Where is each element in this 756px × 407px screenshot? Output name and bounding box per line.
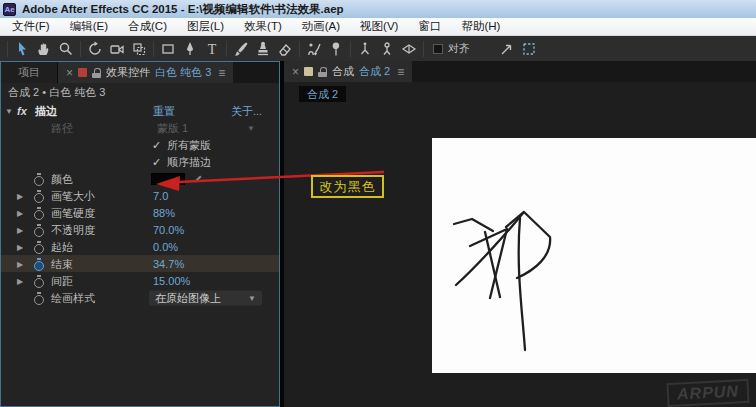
comp-mini-tab[interactable]: 合成 2 — [299, 86, 346, 102]
end-row: ▶ 结束 34.7% — [1, 255, 279, 272]
brush-hardness-value[interactable]: 88% — [153, 207, 175, 219]
right-tab-bar: × 合成 合成 2 ≡ — [284, 61, 756, 82]
roto-brush-tool-icon[interactable] — [303, 38, 325, 59]
close-icon[interactable]: × — [292, 65, 299, 79]
stopwatch-icon[interactable] — [34, 224, 44, 236]
toolbar-divider — [423, 41, 424, 57]
clone-stamp-tool-icon[interactable] — [252, 38, 274, 59]
lock-icon[interactable] — [92, 68, 101, 78]
brush-hardness-row: ▶ 画笔硬度 88% — [1, 204, 279, 221]
color-swatch[interactable] — [151, 173, 185, 185]
menu-effect[interactable]: 效果(T) — [234, 18, 292, 35]
toolbar-divider — [7, 41, 8, 57]
puppet-pin-tool-icon[interactable] — [325, 38, 347, 59]
snap-marquee-icon[interactable] — [518, 38, 540, 59]
menu-layer[interactable]: 图层(L) — [177, 18, 234, 35]
color-row: 颜色 — [1, 170, 279, 187]
menu-help[interactable]: 帮助(H) — [451, 18, 510, 35]
tab-composition-target: 合成 2 — [359, 64, 390, 79]
menu-window[interactable]: 窗口 — [408, 18, 451, 35]
stopwatch-icon[interactable] — [34, 275, 44, 287]
toolbar-divider — [153, 41, 154, 57]
brush-size-label: 画笔大小 — [51, 188, 95, 203]
tab-composition[interactable]: × 合成 合成 2 ≡ — [284, 61, 412, 82]
hand-tool-icon[interactable] — [33, 38, 55, 59]
stroke-sequentially-label: 顺序描边 — [167, 154, 211, 169]
expand-triangle-icon[interactable]: ▶ — [17, 225, 23, 234]
rotation-tool-icon[interactable] — [84, 38, 106, 59]
expand-triangle-icon[interactable]: ▶ — [17, 259, 23, 268]
snap-checkbox[interactable] — [433, 44, 443, 54]
pan-behind-tool-icon[interactable] — [128, 38, 150, 59]
tab-project[interactable]: 项目 — [1, 62, 58, 83]
chevron-down-icon: ▼ — [248, 293, 256, 302]
stopwatch-icon[interactable] — [34, 241, 44, 253]
signature-drawing — [432, 138, 756, 373]
tab-effect-controls[interactable]: × 效果控件 白色 纯色 3 ≡ — [58, 62, 233, 83]
path-value-dropdown[interactable]: 蒙版 1 — [157, 120, 188, 135]
stopwatch-icon[interactable] — [34, 292, 44, 304]
brush-size-row: ▶ 画笔大小 7.0 — [1, 187, 279, 204]
brush-tool-icon[interactable] — [230, 38, 252, 59]
stopwatch-icon[interactable] — [34, 190, 44, 202]
axis-world-tool-icon[interactable] — [376, 38, 398, 59]
stroke-sequentially-checkbox[interactable]: ✓ — [152, 155, 161, 168]
expand-triangle-icon[interactable]: ▶ — [17, 276, 23, 285]
start-value[interactable]: 0.0% — [153, 241, 178, 253]
signature-stroke — [519, 218, 525, 350]
lock-icon[interactable] — [318, 67, 327, 77]
axis-view-tool-icon[interactable] — [398, 38, 420, 59]
type-tool-icon[interactable]: T — [201, 38, 223, 59]
panel-menu-icon[interactable]: ≡ — [218, 66, 225, 80]
zoom-tool-icon[interactable] — [55, 38, 77, 59]
stopwatch-keyframed-icon[interactable] — [34, 258, 44, 270]
spacing-value[interactable]: 15.00% — [153, 275, 190, 287]
stopwatch-icon[interactable] — [34, 207, 44, 219]
composition-viewer: 合成 2 ARPUN — [284, 82, 756, 407]
eraser-tool-icon[interactable] — [274, 38, 296, 59]
effect-name: 描边 — [35, 103, 57, 118]
watermark: ARPUN — [667, 379, 750, 407]
layer-color-swatch — [78, 68, 87, 77]
reset-link[interactable]: 重置 — [153, 103, 175, 118]
fx-badge-icon[interactable]: fx — [17, 105, 27, 117]
pen-tool-icon[interactable] — [179, 38, 201, 59]
snap-label[interactable]: 对齐 — [448, 41, 470, 56]
spacing-label: 间距 — [51, 273, 73, 288]
camera-tool-icon[interactable] — [106, 38, 128, 59]
menu-bar: 文件(F) 编辑(E) 合成(C) 图层(L) 效果(T) 动画(A) 视图(V… — [0, 18, 756, 36]
workspace: 项目 × 效果控件 白色 纯色 3 ≡ 合成 2 • 白色 纯色 3 ▼ fx … — [0, 61, 756, 407]
menu-animation[interactable]: 动画(A) — [292, 18, 350, 35]
menu-view[interactable]: 视图(V) — [350, 18, 408, 35]
close-icon[interactable]: × — [66, 66, 73, 80]
expand-triangle-icon[interactable]: ▶ — [17, 242, 23, 251]
axis-local-tool-icon[interactable] — [354, 38, 376, 59]
menu-edit[interactable]: 编辑(E) — [60, 18, 118, 35]
end-value[interactable]: 34.7% — [153, 258, 184, 270]
stopwatch-icon[interactable] — [34, 173, 44, 185]
all-masks-checkbox[interactable]: ✓ — [152, 138, 161, 151]
collapse-triangle-icon[interactable]: ▼ — [5, 106, 13, 115]
snap-arrow-icon[interactable] — [496, 38, 518, 59]
menu-composition[interactable]: 合成(C) — [118, 18, 177, 35]
shape-tool-icon[interactable] — [157, 38, 179, 59]
tab-effect-controls-target: 白色 纯色 3 — [155, 65, 211, 80]
tab-effect-controls-label: 效果控件 — [106, 65, 150, 80]
brush-size-value[interactable]: 7.0 — [153, 190, 168, 202]
selection-tool-icon[interactable] — [11, 38, 33, 59]
expand-triangle-icon[interactable]: ▶ — [17, 208, 23, 217]
composition-canvas[interactable] — [432, 138, 756, 373]
window-title: Adobe After Effects CC 2015 - E:\视频编辑软件\… — [22, 2, 344, 17]
eyedropper-icon[interactable] — [193, 174, 203, 184]
tab-composition-label: 合成 — [332, 64, 354, 79]
toolbar-divider — [350, 41, 351, 57]
menu-file[interactable]: 文件(F) — [2, 18, 60, 35]
opacity-value[interactable]: 70.0% — [153, 224, 184, 236]
opacity-row: ▶ 不透明度 70.0% — [1, 221, 279, 238]
expand-triangle-icon[interactable]: ▶ — [17, 191, 23, 200]
about-link[interactable]: 关于... — [231, 103, 262, 118]
panel-menu-icon[interactable]: ≡ — [397, 65, 404, 79]
all-masks-row: ✓ 所有蒙版 — [1, 136, 279, 153]
paint-style-dropdown[interactable]: 在原始图像上 ▼ — [149, 290, 262, 305]
title-bar: Ae Adobe After Effects CC 2015 - E:\视频编辑… — [0, 0, 756, 18]
